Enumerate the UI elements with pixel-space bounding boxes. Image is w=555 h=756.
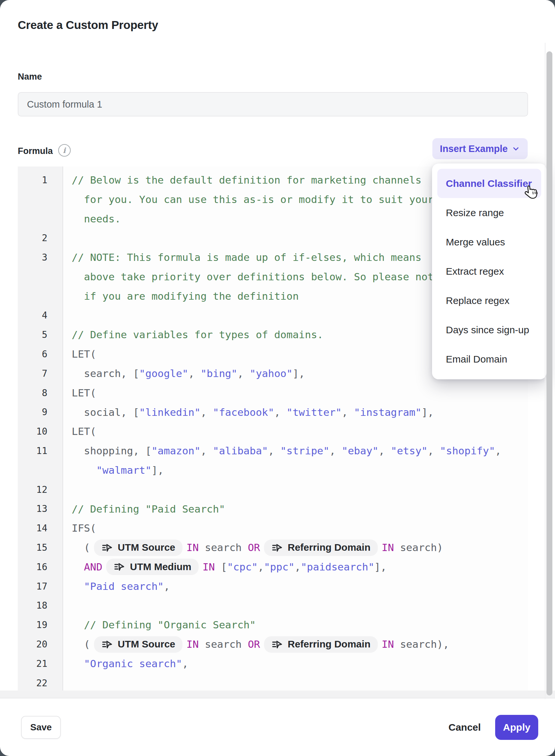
- menu-item-replace-regex[interactable]: Replace regex: [437, 286, 541, 315]
- code-row: "walmart"],: [18, 461, 528, 480]
- code-line: (UTM SourceIN search ORReferring DomainI…: [62, 538, 528, 557]
- code-row: 17 "Paid search",: [18, 577, 528, 596]
- line-number: 16: [18, 562, 62, 572]
- line-number: 21: [18, 658, 62, 669]
- code-line: LET(: [62, 422, 528, 441]
- line-number: 11: [18, 445, 62, 456]
- editor-bottom-strip: [0, 690, 555, 699]
- line-number: 10: [18, 426, 62, 437]
- property-pill[interactable]: UTM Source: [94, 636, 182, 653]
- line-number: 3: [18, 252, 62, 263]
- code-row: 22: [18, 673, 528, 690]
- code-row: 21 "Organic search",: [18, 654, 528, 673]
- dialog-title: Create a Custom Property: [18, 18, 158, 32]
- line-number: 4: [18, 310, 62, 321]
- line-number: 15: [18, 542, 62, 553]
- property-pill-label: Referring Domain: [288, 635, 371, 654]
- save-button[interactable]: Save: [21, 716, 61, 739]
- code-row: 16 ANDUTM MediumIN ["cpc","ppc","paidsea…: [18, 557, 528, 577]
- line-number: 7: [18, 368, 62, 379]
- code-line: IFS(: [62, 518, 528, 538]
- code-line: // Defining "Organic Search": [62, 615, 528, 635]
- create-custom-property-dialog: Create a Custom Property Name Formula In…: [0, 0, 555, 756]
- code-row: 18: [18, 596, 528, 615]
- line-number: 20: [18, 639, 62, 650]
- insert-example-label: Insert Example: [440, 144, 508, 154]
- code-line: (UTM SourceIN search ORReferring DomainI…: [62, 635, 528, 654]
- line-number: 17: [18, 581, 62, 592]
- cancel-button[interactable]: Cancel: [444, 717, 485, 738]
- property-icon: [271, 639, 283, 650]
- property-pill[interactable]: Referring Domain: [264, 636, 378, 653]
- property-icon: [114, 561, 125, 573]
- property-pill-label: Referring Domain: [288, 538, 371, 557]
- line-number: 12: [18, 484, 62, 495]
- apply-button[interactable]: Apply: [495, 715, 538, 740]
- code-line: "Organic search",: [62, 654, 528, 673]
- menu-item-email-domain[interactable]: Email Domain: [437, 345, 541, 374]
- property-icon: [101, 639, 113, 650]
- code-row: 11 shopping, ["amazon", "alibaba", "stri…: [18, 441, 528, 461]
- code-row: 14IFS(: [18, 518, 528, 538]
- property-icon: [101, 542, 113, 554]
- code-row: 9 social, ["linkedin", "facebook", "twit…: [18, 403, 528, 422]
- formula-label: Formula: [18, 146, 53, 156]
- code-row: 8LET(: [18, 383, 528, 403]
- code-line: social, ["linkedin", "facebook", "twitte…: [62, 403, 528, 422]
- line-number: 9: [18, 407, 62, 417]
- menu-item-resize-range[interactable]: Resize range: [437, 198, 541, 227]
- code-row: 20 (UTM SourceIN search ORReferring Doma…: [18, 635, 528, 654]
- property-pill-label: UTM Source: [118, 635, 175, 654]
- code-line: // Defining "Paid Search": [62, 500, 528, 519]
- line-number: 2: [18, 233, 62, 243]
- scrollbar-track: [545, 43, 546, 699]
- line-number: 5: [18, 329, 62, 340]
- code-row: 19 // Defining "Organic Search": [18, 615, 528, 635]
- code-line: shopping, ["amazon", "alibaba", "stripe"…: [62, 441, 528, 461]
- info-circle-icon[interactable]: [58, 144, 71, 157]
- line-number: 18: [18, 600, 62, 611]
- line-number: 1: [18, 175, 62, 186]
- formula-section-header: Formula: [18, 146, 71, 157]
- hand-cursor-icon: [523, 184, 541, 202]
- name-label: Name: [18, 72, 42, 82]
- code-row: 13// Defining "Paid Search": [18, 500, 528, 519]
- chevron-down-icon: [512, 145, 520, 153]
- menu-item-days-since-sign-up[interactable]: Days since sign-up: [437, 315, 541, 345]
- property-icon: [271, 542, 283, 554]
- property-pill[interactable]: UTM Source: [94, 540, 182, 556]
- code-line: "walmart"],: [62, 461, 528, 480]
- menu-item-merge-values[interactable]: Merge values: [437, 227, 541, 256]
- code-row: 10LET(: [18, 422, 528, 441]
- code-row: 12: [18, 480, 528, 500]
- line-number: 6: [18, 349, 62, 360]
- line-number: 19: [18, 620, 62, 630]
- line-number: 22: [18, 678, 62, 688]
- line-number: 14: [18, 523, 62, 533]
- code-row: 15 (UTM SourceIN search ORReferring Doma…: [18, 538, 528, 557]
- code-line: "Paid search",: [62, 577, 528, 596]
- property-pill[interactable]: UTM Medium: [106, 559, 199, 575]
- menu-item-extract-regex[interactable]: Extract regex: [437, 256, 541, 286]
- code-line: LET(: [62, 383, 528, 403]
- scrollbar-thumb[interactable]: [547, 51, 552, 695]
- property-pill-label: UTM Source: [118, 538, 175, 557]
- property-pill-label: UTM Medium: [130, 557, 191, 577]
- insert-example-button[interactable]: Insert Example: [432, 138, 528, 159]
- line-number: 8: [18, 388, 62, 398]
- code-line: ANDUTM MediumIN ["cpc","ppc","paidsearch…: [62, 557, 528, 577]
- name-input[interactable]: [18, 92, 528, 116]
- property-pill[interactable]: Referring Domain: [264, 540, 378, 556]
- line-number: 13: [18, 503, 62, 514]
